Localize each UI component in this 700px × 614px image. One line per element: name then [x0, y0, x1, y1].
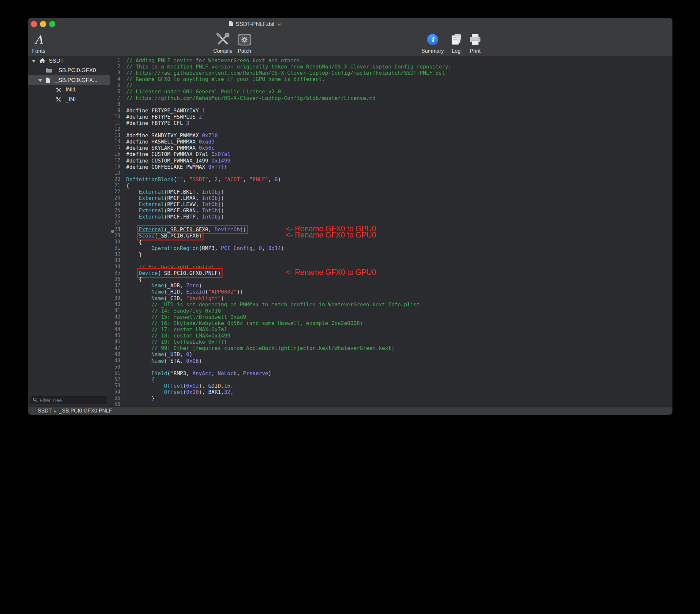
code-line-28[interactable]: 28 External(_SB.PCI0.GFX0, DeviceObj)<- …	[110, 226, 673, 233]
code-token: 0xffff	[208, 164, 227, 170]
code-line-12[interactable]: 12	[110, 126, 673, 133]
disclosure-triangle[interactable]	[38, 77, 46, 84]
code-line-40[interactable]: 40 // _UID is set depending on PWMMax to…	[110, 301, 673, 308]
patch-button[interactable]: Patch	[233, 32, 256, 54]
tree-item-ini1[interactable]: INI1	[28, 85, 110, 95]
line-number: 51	[110, 370, 124, 376]
code-line-15[interactable]: 15#define SKYLAKE_PWMMAX 0x56c	[110, 145, 673, 151]
tree-item-sb-pci0-gfx0[interactable]: _SB.PCI0.GFX0	[28, 66, 110, 76]
code-line-16[interactable]: 16#define CUSTOM_PWMMAX_07a1 0x07a1	[110, 151, 673, 157]
code-line-3[interactable]: 3// https://raw.githubusercontent.com/Re…	[110, 70, 673, 76]
zoom-button[interactable]	[49, 21, 55, 27]
code-text	[124, 220, 126, 226]
code-line-33[interactable]: 33	[110, 258, 673, 264]
code-line-2[interactable]: 2// This is a modified PNLF version orig…	[110, 64, 673, 70]
document-title-group[interactable]: SSDT-PNLF.dsl	[228, 18, 282, 30]
code-line-6[interactable]: 6// Licensed under GNU General Public Li…	[110, 88, 673, 95]
code-token: 32	[224, 389, 230, 395]
code-token: 0	[259, 245, 262, 251]
code-line-51[interactable]: 51 Field(^RMP3, AnyAcc, NoLock, Preserve…	[110, 370, 673, 376]
code-line-7[interactable]: 7// https://github.com/RehabMan/OS-X-Clo…	[110, 95, 673, 101]
code-line-21[interactable]: 21{	[110, 183, 673, 189]
code-line-43[interactable]: 43 // 16: Skylake/KabyLake 0x56c (and so…	[110, 320, 673, 326]
code-line-23[interactable]: 23 External(RMCF.LMAX, IntObj)	[110, 195, 673, 201]
titlebar[interactable]: SSDT-PNLF.dsl	[28, 18, 673, 30]
tree-item-ssdt[interactable]: SSDT	[28, 56, 110, 66]
code-token: )	[221, 295, 224, 301]
code-line-44[interactable]: 44 // 17: custom LMAX=0x7a1	[110, 326, 673, 333]
code-line-1[interactable]: 1// Adding PNLF device for WhateverGreen…	[110, 57, 673, 64]
code-line-24[interactable]: 24 External(RMCF.LEVW, IntObj)	[110, 201, 673, 208]
code-line-34[interactable]: 34 // For backlight control	[110, 264, 673, 270]
code-line-4[interactable]: 4// Rename GFX0 to anything else if your…	[110, 76, 673, 82]
print-button[interactable]: Print	[465, 32, 485, 54]
line-number: 37	[110, 283, 124, 289]
code-text: Scope(_SB.PCI0.GFX0)	[124, 233, 202, 239]
code-line-38[interactable]: 38 Name(_HID, EisaId("APP0002"))	[110, 289, 673, 295]
filter-input[interactable]	[39, 397, 105, 403]
code-editor[interactable]: 1// Adding PNLF device for WhateverGreen…	[110, 56, 673, 406]
code-line-18[interactable]: 18#define COFFEELAKE_PWMMAX 0xffff	[110, 164, 673, 170]
tree-item-label: SSDT	[49, 58, 64, 64]
code-line-25[interactable]: 25 External(RMCF.GRAN, IntObj)	[110, 208, 673, 214]
code-line-56[interactable]: 56	[110, 401, 673, 406]
line-number: 43	[110, 320, 124, 326]
code-line-19[interactable]: 19	[110, 170, 673, 176]
code-line-45[interactable]: 45 // 18: custom LMAX=0x1499	[110, 333, 673, 339]
summary-button[interactable]: i Summary	[418, 32, 447, 54]
code-line-54[interactable]: 54 Offset(0x10), BAR1,32,	[110, 389, 673, 395]
tree-item-sb-pci0-gfx[interactable]: _SB.PCI0.GFX...	[28, 75, 110, 85]
code-line-48[interactable]: 48 Name(_UID, 0)	[110, 351, 673, 358]
code-line-50[interactable]: 50	[110, 364, 673, 370]
code-line-14[interactable]: 14#define HASWELL_PWMMAX 0xad9	[110, 139, 673, 145]
code-line-22[interactable]: 22 External(RMCF.BKLT, IntObj)	[110, 189, 673, 195]
code-token: External	[139, 201, 164, 208]
code-line-20[interactable]: 20DefinitionBlock("", "SSDT", 2, "ACDT",…	[110, 176, 673, 183]
code-line-26[interactable]: 26 External(RMCF.FBTP, IntObj)	[110, 214, 673, 220]
code-line-11[interactable]: 11#define FBTYPE_CFL 3	[110, 120, 673, 126]
minimize-button[interactable]	[40, 21, 46, 27]
code-line-8[interactable]: 8	[110, 101, 673, 108]
code-token: #define HASWELL_PWMMAX	[126, 139, 199, 145]
tree-item-ini[interactable]: _INI	[28, 95, 110, 104]
line-number: 11	[110, 120, 124, 126]
code-line-37[interactable]: 37 Name(_ADR, Zero)	[110, 283, 673, 289]
code-line-32[interactable]: 32 }	[110, 251, 673, 258]
code-text: // 19: CoffeeLake 0xffff	[124, 339, 227, 345]
code-line-36[interactable]: 36 {	[110, 276, 673, 283]
breadcrumb-root[interactable]: SSDT	[38, 408, 52, 414]
code-text: #define FBTYPE_CFL 3	[124, 120, 189, 126]
disclosure-triangle[interactable]	[32, 58, 39, 64]
close-button[interactable]	[31, 21, 37, 27]
code-line-52[interactable]: 52 {	[110, 376, 673, 383]
code-text: // Rename GFX0 to anything else if your …	[124, 76, 325, 82]
code-token: Scope	[139, 233, 155, 239]
code-line-13[interactable]: 13#define SANDYIVY_PWMMAX 0x710	[110, 133, 673, 139]
code-token: 0x0B	[186, 358, 199, 364]
code-line-31[interactable]: 31 OperationRegion(RMP3, PCI_Config, 0, …	[110, 245, 673, 251]
fonts-button[interactable]: A Fonts	[28, 32, 49, 54]
code-line-47[interactable]: 47 // 99: Other (requires custom AppleBa…	[110, 345, 673, 351]
code-token	[126, 208, 139, 214]
code-line-49[interactable]: 49 Name(_STA, 0x0B)	[110, 358, 673, 364]
log-button[interactable]: Log	[446, 32, 466, 54]
breadcrumb-path[interactable]: _SB.PCI0.GFX0.PNLF	[59, 408, 112, 414]
code-line-10[interactable]: 10#define FBTYPE_HSWPLUS 2	[110, 114, 673, 120]
code-line-30[interactable]: 30 {	[110, 239, 673, 245]
code-line-42[interactable]: 42 // 15: Haswell/Broadwell 0xad9	[110, 314, 673, 320]
code-line-29[interactable]: 29 Scope(_SB.PCI0.GFX0)<- Rename GFX0 to…	[110, 233, 673, 239]
code-line-46[interactable]: 46 // 19: CoffeeLake 0xffff	[110, 339, 673, 345]
code-line-53[interactable]: 53 Offset(0x02), GDID,16,	[110, 383, 673, 389]
line-number: 16	[110, 151, 124, 157]
code-line-5[interactable]: 5//	[110, 82, 673, 88]
code-line-41[interactable]: 41 // 14: Sandy/Ivy 0x710	[110, 308, 673, 314]
rename-annotation: <- Rename GFX0 to GPU0	[286, 269, 376, 276]
code-line-27[interactable]: 27	[110, 220, 673, 226]
code-line-17[interactable]: 17#define CUSTOM_PWMMAX_1499 0x1499	[110, 158, 673, 164]
code-text	[124, 170, 126, 176]
code-token: 2	[215, 176, 218, 183]
code-line-39[interactable]: 39 Name(_CID, "backlight")	[110, 295, 673, 301]
code-line-55[interactable]: 55 }	[110, 395, 673, 401]
code-line-9[interactable]: 9#define FBTYPE_SANDYIVY 1	[110, 108, 673, 114]
code-line-35[interactable]: 35 Device(_SB.PCI0.GFX0.PNLF)<- Rename G…	[110, 270, 673, 276]
